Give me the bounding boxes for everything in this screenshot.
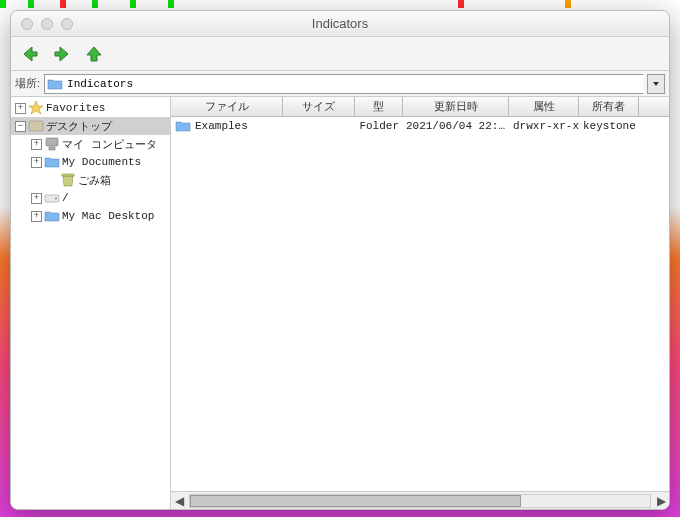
cell-attr: drwxr-xr-x [509,120,579,132]
close-button[interactable] [21,18,33,30]
expander-spacer [47,175,58,186]
toolbar [11,37,669,71]
location-label: 場所: [15,76,40,91]
tree-item-label: ごみ箱 [78,173,111,188]
titlebar[interactable]: Indicators [11,11,669,37]
drive-icon [44,190,60,206]
collapse-icon[interactable]: − [15,121,26,132]
expand-icon[interactable]: + [31,193,42,204]
tree-item[interactable]: +My Documents [11,153,170,171]
chevron-down-icon [652,80,660,88]
tree-item-label: My Mac Desktop [62,210,154,222]
zoom-button[interactable] [61,18,73,30]
file-list-panel: ファイルサイズ型更新日時属性所有者 ExamplesFolder2021/06/… [171,97,669,509]
expand-icon[interactable]: + [31,157,42,168]
tree-item[interactable]: ごみ箱 [11,171,170,189]
tree-item[interactable]: −デスクトップ [11,117,170,135]
tree-item-label: マイ コンピュータ [62,137,157,152]
expand-icon[interactable]: + [31,211,42,222]
forward-button[interactable] [49,41,75,67]
location-dropdown-button[interactable] [647,74,665,94]
column-header[interactable]: サイズ [283,97,355,116]
scroll-thumb[interactable] [190,495,521,507]
desk-icon [28,118,44,134]
star-icon [28,100,44,116]
horizontal-scrollbar[interactable]: ◀ ▶ [171,491,669,509]
column-header[interactable]: ファイル [171,97,283,116]
cell-owner: keystone [579,120,639,132]
minimize-button[interactable] [41,18,53,30]
trash-icon [60,172,76,188]
scroll-track[interactable] [189,494,651,508]
location-input[interactable] [67,75,641,93]
up-button[interactable] [81,41,107,67]
tree-item-label: / [62,192,69,204]
column-headers: ファイルサイズ型更新日時属性所有者 [171,97,669,117]
scroll-left-button[interactable]: ◀ [171,493,187,509]
scroll-right-button[interactable]: ▶ [653,493,669,509]
comp-icon [44,136,60,152]
cell-type: Folder [355,120,403,132]
tree-item[interactable]: +My Mac Desktop [11,207,170,225]
folder-icon [175,118,191,134]
expand-icon[interactable]: + [15,103,26,114]
sidebar-tree[interactable]: +Favorites−デスクトップ+マイ コンピュータ+My Documents… [11,97,171,509]
folder-icon [47,76,63,92]
table-row[interactable]: ExamplesFolder2021/06/04 22:…drwxr-xr-xk… [171,117,669,135]
file-list[interactable]: ExamplesFolder2021/06/04 22:…drwxr-xr-xk… [171,117,669,491]
back-button[interactable] [17,41,43,67]
location-field[interactable] [44,74,643,94]
column-header[interactable]: 型 [355,97,403,116]
cell-date: 2021/06/04 22:… [403,120,509,132]
tree-item[interactable]: +マイ コンピュータ [11,135,170,153]
column-header[interactable]: 属性 [509,97,579,116]
location-bar: 場所: [11,71,669,97]
folder-icon [44,208,60,224]
cell-file: Examples [171,118,283,134]
expand-icon[interactable]: + [31,139,42,150]
file-browser-window: Indicators 場所: +Favorites−デスクトップ+マイ コンピュ… [10,10,670,510]
column-header[interactable]: 所有者 [579,97,639,116]
folder-icon [44,154,60,170]
column-header[interactable]: 更新日時 [403,97,509,116]
tree-item-label: デスクトップ [46,119,112,134]
tree-item-label: My Documents [62,156,141,168]
tree-item-label: Favorites [46,102,105,114]
tree-item[interactable]: +/ [11,189,170,207]
window-title: Indicators [11,16,669,31]
tree-item[interactable]: +Favorites [11,99,170,117]
